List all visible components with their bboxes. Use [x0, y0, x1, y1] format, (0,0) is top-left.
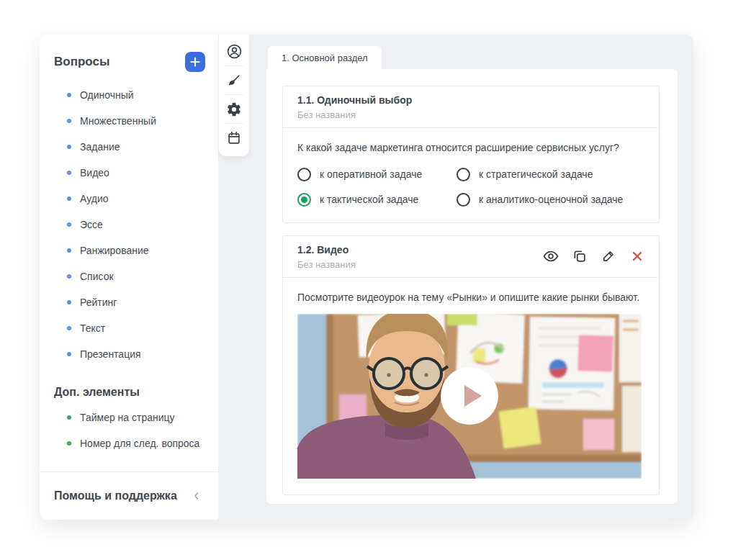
delete-button[interactable]: [629, 248, 646, 265]
radio-option-1[interactable]: к стратегической задаче: [457, 168, 644, 181]
sidebar-question-type-7[interactable]: Список: [40, 263, 218, 289]
extras-title: Доп. элементы: [54, 386, 218, 399]
duplicate-button[interactable]: [571, 248, 588, 265]
pencil-icon: [601, 248, 616, 264]
sidebar-item-label: Аудио: [80, 193, 109, 204]
sidebar-question-type-3[interactable]: Видео: [40, 160, 218, 186]
sidebar-question-type-9[interactable]: Текст: [40, 315, 218, 341]
bullet-icon: [67, 415, 71, 420]
sidebar-question-type-0[interactable]: Одиночный: [40, 82, 218, 108]
radio-option-2[interactable]: к тактической задаче: [297, 193, 457, 207]
user-button[interactable]: [219, 37, 249, 66]
eye-icon: [542, 248, 559, 265]
copy-icon: [572, 248, 588, 264]
card-header: 1.2. Видео Без названия: [283, 236, 659, 277]
card-subtitle: Без названия: [297, 259, 356, 270]
sidebar-question-type-6[interactable]: Ранжирование: [40, 238, 218, 263]
brush-icon: [226, 73, 242, 89]
calendar-icon: [226, 130, 242, 146]
bullet-icon: [67, 119, 71, 123]
bullet-icon: [67, 352, 71, 356]
sidebar-item-label: Видео: [80, 167, 109, 179]
question-text: К какой задаче маркетинга относится расш…: [297, 142, 644, 153]
sidebar: Вопросы ОдиночныйМножественныйЗаданиеВид…: [40, 35, 218, 520]
edit-button[interactable]: [600, 248, 617, 265]
sidebar-extra-element-0[interactable]: Таймер на страницу: [40, 405, 218, 430]
sidebar-question-type-8[interactable]: Рейтинг: [40, 289, 218, 315]
radio-selected-icon: [297, 193, 311, 207]
option-label: к оперативной задаче: [320, 168, 422, 180]
play-button[interactable]: [441, 367, 498, 425]
sidebar-item-label: Ранжирование: [80, 245, 149, 256]
bullet-icon: [67, 248, 71, 253]
option-label: к стратегической задаче: [479, 168, 593, 180]
sidebar-extra-element-1[interactable]: Номер для след. вопроса: [40, 430, 218, 456]
card-title: 1.1. Одиночный выбор: [297, 94, 412, 107]
options-grid: к оперативной задачек стратегической зад…: [297, 168, 644, 207]
sidebar-item-label: Множественный: [80, 115, 156, 127]
sidebar-item-label: Текст: [80, 322, 105, 334]
sidebar-item-label: Рейтинг: [80, 297, 117, 308]
sidebar-item-label: Список: [80, 271, 114, 282]
card-body: К какой задаче маркетинга относится расш…: [283, 127, 659, 222]
radio-option-0[interactable]: к оперативной задаче: [297, 168, 457, 181]
bullet-icon: [67, 222, 71, 227]
sidebar-question-type-1[interactable]: Множественный: [40, 108, 218, 134]
sidebar-question-type-10[interactable]: Презентация: [40, 341, 218, 367]
user-icon: [226, 43, 243, 60]
app-panel: Вопросы ОдиночныйМножественныйЗаданиеВид…: [40, 35, 693, 520]
help-label: Помощь и поддержка: [54, 489, 177, 502]
video-description: Посмотрите видеоурок на тему «Рынки» и о…: [297, 292, 644, 303]
collapse-sidebar-button[interactable]: [191, 490, 202, 502]
sidebar-item-label: Задание: [80, 141, 120, 153]
sidebar-item-label: Таймер на страницу: [80, 412, 175, 423]
tab-label: 1. Основной раздел: [282, 53, 368, 63]
sidebar-footer: Помощь и поддержка: [40, 471, 218, 520]
bullet-icon: [67, 300, 71, 304]
bullet-icon: [67, 274, 71, 279]
preview-button[interactable]: [542, 248, 559, 265]
sidebar-item-label: Одиночный: [80, 89, 134, 101]
card-subtitle: Без названия: [297, 109, 412, 120]
settings-icon: [226, 101, 242, 117]
sidebar-header: Вопросы: [40, 35, 218, 72]
question-type-list: ОдиночныйМножественныйЗаданиеВидеоАудиоЭ…: [40, 82, 218, 367]
play-icon: [464, 385, 482, 407]
bullet-icon: [67, 326, 71, 330]
radio-icon: [297, 168, 311, 181]
sidebar-item-label: Презентация: [80, 348, 141, 360]
bullet-icon: [67, 171, 71, 175]
sidebar-item-label: Эссе: [80, 219, 103, 230]
bullet-icon: [67, 441, 71, 446]
bullet-icon: [67, 145, 71, 149]
question-card-video: 1.2. Видео Без названия: [282, 235, 660, 495]
card-actions: [542, 248, 646, 265]
sidebar-question-type-2[interactable]: Задание: [40, 134, 218, 160]
card-title: 1.2. Видео: [297, 243, 356, 257]
section-content: 1.1. Одиночный выбор Без названия К како…: [266, 69, 678, 504]
tab-main-section[interactable]: 1. Основной раздел: [268, 46, 382, 69]
option-label: к аналитико-оценочной задаче: [479, 194, 623, 205]
sidebar-question-type-4[interactable]: Аудио: [40, 186, 218, 212]
radio-option-3[interactable]: к аналитико-оценочной задаче: [457, 193, 644, 207]
add-question-button[interactable]: [185, 52, 205, 72]
bullet-icon: [67, 197, 71, 201]
video-thumbnail: [297, 314, 642, 479]
chevron-left-icon: [191, 490, 202, 502]
card-header: 1.1. Одиночный выбор Без названия: [283, 86, 659, 127]
icon-toolbar: [218, 35, 249, 156]
delete-icon: [630, 249, 644, 263]
sidebar-question-type-5[interactable]: Эссе: [40, 212, 218, 238]
sidebar-item-label: Номер для след. вопроса: [80, 438, 199, 449]
question-card-single-choice: 1.1. Одиночный выбор Без названия К како…: [282, 86, 660, 223]
schedule-button[interactable]: [219, 124, 249, 152]
radio-icon: [457, 168, 470, 181]
settings-button[interactable]: [219, 95, 249, 123]
plus-icon: [189, 56, 201, 68]
card-body: Посмотрите видеоурок на тему «Рынки» и о…: [283, 277, 659, 494]
design-button[interactable]: [219, 66, 249, 94]
sidebar-title: Вопросы: [54, 55, 109, 69]
bullet-icon: [67, 93, 71, 97]
option-label: к тактической задаче: [320, 194, 418, 205]
radio-icon: [457, 193, 470, 207]
